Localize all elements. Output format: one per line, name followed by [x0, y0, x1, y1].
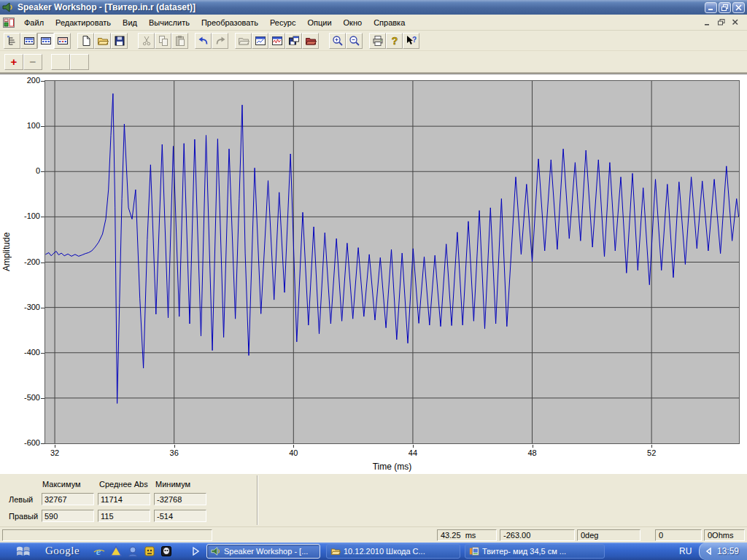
stats-value-left-min: -32768 — [154, 493, 206, 505]
google-deskbar[interactable]: Google — [45, 545, 80, 557]
remove-button[interactable]: − — [23, 54, 42, 70]
menu-edit[interactable]: Редактировать — [50, 16, 117, 29]
svg-text:?: ? — [411, 36, 416, 44]
dataset-grid-active-icon — [40, 35, 52, 47]
x-tick-label: 36 — [165, 448, 184, 457]
windows-logo-icon[interactable] — [16, 545, 31, 558]
x-tick-label: 44 — [403, 448, 422, 457]
minimize-button[interactable] — [705, 2, 717, 13]
chart-window-button[interactable] — [252, 33, 268, 49]
help-button[interactable]: ? — [386, 33, 403, 49]
print-icon — [372, 35, 384, 47]
zoom-in-button[interactable] — [329, 33, 346, 49]
zoom-out-icon — [349, 35, 360, 47]
menu-resource[interactable]: Ресурс — [264, 16, 301, 29]
y-tick-label: -500 — [10, 393, 40, 402]
new-document-button[interactable] — [77, 33, 94, 49]
stats-header-avg: Среднее Abs — [99, 480, 148, 489]
help-icon: ? — [389, 35, 400, 47]
y-tick-label: -300 — [10, 303, 40, 311]
speaker-workshop-window: Speaker Workshop - [Твитер.in.r (dataset… — [0, 0, 747, 560]
tree-view-button[interactable] — [4, 33, 20, 49]
blank-button-1[interactable] — [51, 54, 70, 70]
y-tick-mark — [41, 353, 44, 354]
status-time-field: 43.25 ms — [437, 529, 497, 541]
stats-row-label-right: Правый — [9, 512, 38, 521]
paste-icon — [174, 35, 186, 47]
stats-row-label-left: Левый — [9, 495, 33, 504]
mdi-minimize-button[interactable] — [701, 18, 713, 28]
mdi-close-button[interactable] — [729, 18, 741, 28]
save-button[interactable] — [111, 33, 128, 49]
quick-launch-expand-icon[interactable] — [192, 547, 199, 556]
y-tick-mark — [41, 217, 44, 217]
print-button[interactable] — [369, 33, 386, 49]
import-button[interactable] — [235, 33, 252, 49]
waveform-window-button[interactable] — [268, 33, 285, 49]
y-tick-label: 0 — [10, 166, 40, 175]
task-button-folder[interactable]: 10.12.2010 Шкода С... — [326, 544, 460, 559]
zoom-out-button[interactable] — [346, 33, 363, 49]
restore-button[interactable] — [719, 2, 731, 13]
save-window-button[interactable] — [285, 33, 302, 49]
zoom-in-icon — [332, 35, 344, 47]
taskbar-clock[interactable]: 13:59 — [717, 546, 739, 556]
triangle-logo-icon[interactable] — [110, 545, 122, 557]
y-tick-mark — [41, 81, 44, 82]
add-button[interactable]: + — [4, 54, 23, 70]
menu-help[interactable]: Справка — [368, 16, 411, 29]
dark-badge-icon[interactable] — [160, 545, 172, 557]
menu-window[interactable]: Окно — [338, 16, 368, 29]
undo-button[interactable] — [195, 33, 212, 49]
y-tick-label: -100 — [10, 211, 40, 220]
mdi-restore-button[interactable] — [715, 18, 727, 28]
yellow-badge-icon[interactable] — [144, 545, 155, 557]
dataset-document-icon[interactable] — [3, 17, 15, 28]
x-tick-label: 52 — [642, 448, 661, 457]
task-button-tweeter-doc[interactable]: Твитер- мид 34,5 см ... — [465, 544, 605, 559]
x-tick-mark — [413, 445, 414, 448]
stats-value-left-avg: 11714 — [98, 493, 150, 505]
task-label: Твитер- мид 34,5 см ... — [482, 547, 566, 556]
y-tick-label: -600 — [10, 438, 40, 447]
tray-chevron-icon[interactable] — [705, 548, 712, 555]
dataset-grid-button[interactable] — [20, 33, 37, 49]
y-tick-mark — [41, 398, 44, 399]
menu-calculate[interactable]: Вычислить — [143, 16, 196, 29]
new-document-icon — [80, 35, 92, 47]
y-tick-label: -200 — [10, 257, 40, 266]
context-help-button[interactable]: ? — [403, 33, 419, 49]
blank-button-2[interactable] — [70, 54, 89, 70]
dataset-toolbar: + − — [0, 51, 747, 74]
dataset-grid-alt-button[interactable] — [54, 33, 71, 49]
copy-button[interactable] — [155, 33, 171, 49]
menu-transform[interactable]: Преобразовать — [196, 16, 264, 29]
system-tray: 13:59 — [699, 542, 747, 560]
ie-logo-icon[interactable]: e — [93, 545, 105, 557]
paste-button[interactable] — [171, 33, 188, 49]
waveform-window-icon — [271, 35, 283, 47]
cut-button[interactable] — [138, 33, 155, 49]
blue-badge-icon[interactable] — [127, 545, 139, 557]
y-tick-mark — [41, 262, 44, 263]
export-folder-button[interactable] — [302, 33, 319, 49]
menu-bar: Файл Редактировать Вид Вычислить Преобра… — [0, 15, 747, 31]
language-indicator[interactable]: RU — [679, 546, 692, 556]
stats-panel: Максимум Среднее Abs Минимум Левый Правы… — [0, 473, 747, 526]
status-message-pane — [2, 529, 212, 541]
svg-text:e: e — [96, 545, 101, 557]
stats-value-right-min: -514 — [154, 510, 206, 522]
menu-view[interactable]: Вид — [117, 16, 143, 29]
main-toolbar: ? ? — [0, 31, 747, 51]
redo-button[interactable] — [212, 33, 228, 49]
open-button[interactable] — [94, 33, 111, 49]
dataset-grid-active-button[interactable] — [37, 33, 54, 49]
menu-options[interactable]: Опции — [301, 16, 337, 29]
waveform-chart: Amplitude Time (ms) 2001000-100-200-300-… — [0, 74, 747, 473]
close-button[interactable] — [732, 2, 745, 13]
menu-file[interactable]: Файл — [18, 16, 50, 29]
copy-icon — [158, 35, 169, 47]
task-button-speaker-workshop[interactable]: Speaker Workshop - [... — [206, 544, 320, 559]
plot-area[interactable] — [44, 80, 740, 444]
y-tick-mark — [41, 126, 44, 127]
